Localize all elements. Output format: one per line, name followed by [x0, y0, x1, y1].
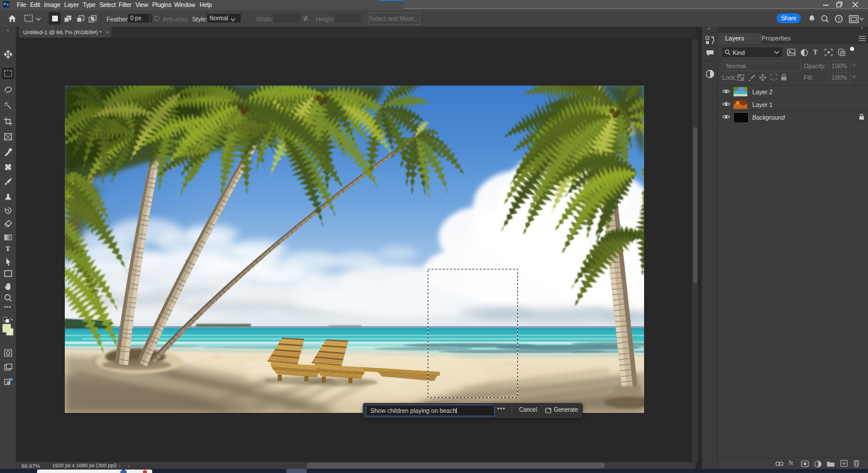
- svg-text:?: ?: [837, 16, 840, 22]
